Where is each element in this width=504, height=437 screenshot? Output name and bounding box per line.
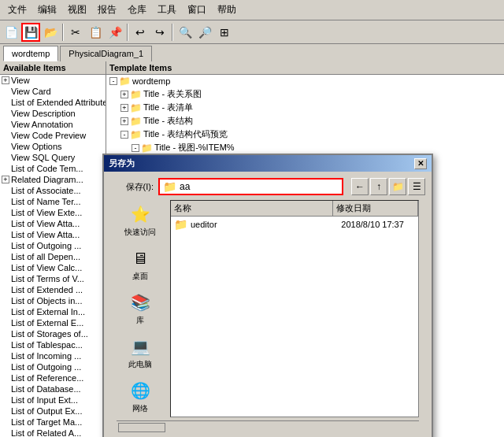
file-row-ueditor[interactable]: 📁 ueditor 2018/8/10 17:37 <box>171 217 418 232</box>
library-label: 库 <box>136 315 144 326</box>
save-in-label: 保存(I): <box>110 181 154 193</box>
file-name-ueditor: ueditor <box>191 220 338 229</box>
file-date-ueditor: 2018/8/10 17:37 <box>341 220 415 229</box>
file-list-scrollbar-h[interactable] <box>117 420 419 433</box>
save-in-folder-icon: 📁 <box>163 180 176 193</box>
desktop-icon[interactable]: 🖥 桌面 <box>117 244 164 285</box>
network-label: 网络 <box>132 403 148 414</box>
file-list-header: 名称 修改日期 <box>171 201 418 217</box>
globe-icon: 🌐 <box>129 380 151 402</box>
scrollbar-thumb[interactable] <box>118 423 165 432</box>
nav-new-folder-button[interactable]: 📁 <box>389 178 406 195</box>
nav-back-button[interactable]: ← <box>351 178 369 195</box>
save-as-dialog: 另存为 ✕ 保存(I): 📁 aa ← ↑ 📁 ☰ <box>102 154 433 437</box>
save-in-value: aa <box>180 181 190 192</box>
save-in-input[interactable]: 📁 aa <box>158 178 343 195</box>
col-date[interactable]: 修改日期 <box>333 201 418 216</box>
network-icon[interactable]: 🌐 网络 <box>117 376 164 417</box>
dialog-titlebar: 另存为 ✕ <box>104 155 432 172</box>
dialog-title: 另存为 <box>109 157 135 169</box>
dialog-nav-toolbar: ← ↑ 📁 ☰ <box>351 178 425 195</box>
dialog-body: 保存(I): 📁 aa ← ↑ 📁 ☰ ⭐ 快速访问 <box>104 172 432 437</box>
computer-icon[interactable]: 💻 此电脑 <box>117 332 164 373</box>
places-sidebar: ⭐ 快速访问 🖥 桌面 📚 库 💻 此电脑 <box>117 200 164 417</box>
desktop-label: 桌面 <box>132 271 148 282</box>
file-browser: ⭐ 快速访问 🖥 桌面 📚 库 💻 此电脑 <box>110 200 425 420</box>
nav-up-button[interactable]: ↑ <box>370 178 387 195</box>
computer-label: 此电脑 <box>128 359 152 370</box>
nav-view-button[interactable]: ☰ <box>408 178 425 195</box>
dialog-close-button[interactable]: ✕ <box>414 158 427 169</box>
file-list: 名称 修改日期 📁 ueditor 2018/8/10 17:37 <box>170 200 419 417</box>
save-in-row: 保存(I): 📁 aa ← ↑ 📁 ☰ <box>110 178 425 195</box>
file-folder-icon: 📁 <box>174 218 187 231</box>
monitor-icon: 🖥 <box>129 247 151 269</box>
books-icon: 📚 <box>129 291 151 313</box>
star-icon: ⭐ <box>129 203 151 225</box>
quick-access-label: 快速访问 <box>124 227 156 238</box>
quick-access-icon[interactable]: ⭐ 快速访问 <box>117 200 164 241</box>
dialog-overlay: 另存为 ✕ 保存(I): 📁 aa ← ↑ 📁 ☰ <box>0 0 504 437</box>
laptop-icon: 💻 <box>129 335 151 357</box>
library-icon[interactable]: 📚 库 <box>117 288 164 329</box>
col-name[interactable]: 名称 <box>171 201 333 216</box>
